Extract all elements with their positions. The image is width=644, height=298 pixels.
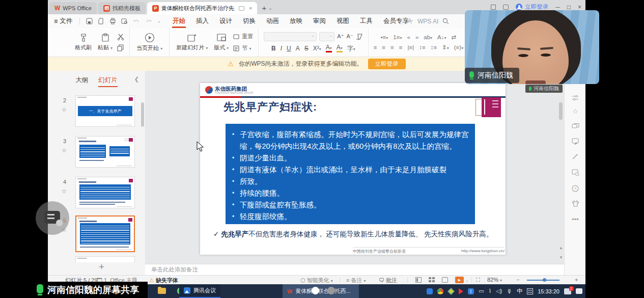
menu-review[interactable]: 审阅 bbox=[313, 15, 326, 28]
menu-insert[interactable]: 插入 bbox=[195, 15, 209, 28]
slide-canvas[interactable]: 东信医药集团 TUNGSHUN MEDICINE GROUP 先兆早产产妇症状:… bbox=[200, 83, 506, 255]
tray-meeting-icon[interactable] bbox=[427, 288, 433, 294]
redo-icon[interactable] bbox=[145, 18, 152, 24]
ime-indicator[interactable]: 中 bbox=[517, 287, 522, 295]
notes-bar[interactable]: 单击此处添加备注 bbox=[145, 264, 564, 275]
layout-button[interactable]: 版式 ▾ bbox=[212, 32, 230, 52]
cut-icon[interactable] bbox=[117, 34, 124, 40]
tray-app-icon[interactable] bbox=[447, 288, 455, 295]
add-slide-button[interactable]: + bbox=[99, 261, 104, 273]
tray-mic-icon[interactable]: 🎙 bbox=[507, 288, 512, 294]
reading-view-button[interactable] bbox=[442, 277, 448, 283]
minimize-button[interactable]: ─ bbox=[555, 4, 560, 11]
notes-pen-icon[interactable] bbox=[565, 137, 586, 145]
comments-button[interactable]: 🗨 批注 bbox=[379, 277, 397, 284]
battery-icon[interactable]: ▭ bbox=[479, 288, 484, 294]
next-slide-button[interactable]: ▼ bbox=[559, 255, 563, 260]
copy-icon[interactable] bbox=[117, 44, 124, 51]
save-icon[interactable] bbox=[86, 18, 93, 24]
play-from-current-button[interactable]: 当页开始 ▾ bbox=[135, 32, 164, 53]
normal-view-button[interactable] bbox=[415, 277, 422, 283]
slides-tab[interactable]: 幻灯片 bbox=[98, 76, 118, 87]
output-icon[interactable] bbox=[98, 18, 104, 24]
zoom-value[interactable]: 82% ▾ bbox=[487, 277, 502, 283]
new-tab-button[interactable]: + bbox=[262, 4, 266, 12]
fit-slide-button[interactable]: ⛶ bbox=[476, 277, 480, 283]
effects-star-icon[interactable]: ☆ bbox=[565, 107, 586, 115]
align-center-button[interactable]: ≡ bbox=[382, 44, 385, 50]
line-order-button[interactable]: A↓▾ bbox=[437, 34, 446, 40]
slideshow-play-button[interactable]: ▶ bbox=[455, 277, 464, 283]
quick-access-caret-icon[interactable]: ⌄ bbox=[157, 19, 161, 23]
tab-close-icon[interactable]: × bbox=[249, 5, 252, 11]
skin-theme-icon[interactable] bbox=[565, 199, 586, 207]
convert-smartart-button[interactable]: ⇄ bbox=[452, 34, 457, 41]
column-spacing-button[interactable]: ↕≡ bbox=[431, 44, 437, 50]
tab-wps-home[interactable]: W WPS Office bbox=[49, 2, 97, 14]
font-name-select[interactable] bbox=[264, 32, 317, 41]
bold-button[interactable]: B bbox=[271, 45, 276, 52]
new-slide-button[interactable]: 新建幻灯片 ▾ bbox=[175, 32, 209, 52]
zoom-in-button[interactable]: + bbox=[575, 277, 578, 283]
slide-6-thumbnail-partial[interactable] bbox=[75, 256, 135, 262]
undo-icon[interactable] bbox=[133, 18, 140, 24]
notification-icon[interactable]: 2 bbox=[564, 288, 571, 294]
row-spacing-button[interactable]: ↕≡ bbox=[419, 44, 425, 50]
account-login[interactable]: 立即登录 bbox=[516, 3, 548, 11]
format-painter-button[interactable]: 格式刷 bbox=[73, 32, 93, 52]
volume-icon[interactable]: ◁) bbox=[496, 288, 502, 294]
animation-pane-icon[interactable] bbox=[565, 122, 586, 129]
menu-design[interactable]: 设计 bbox=[219, 15, 233, 28]
align-right-button[interactable]: ≡ bbox=[390, 44, 394, 50]
underline-button[interactable]: U bbox=[287, 45, 291, 52]
bullet-list-button[interactable]: •≡▾ bbox=[381, 34, 388, 40]
menu-view[interactable]: 视图 bbox=[336, 15, 350, 28]
char-border-button[interactable]: A bbox=[296, 45, 300, 52]
tray-browser-icon[interactable] bbox=[437, 288, 443, 294]
notes-button[interactable]: ≡ 备注 ▾ bbox=[346, 277, 366, 284]
image-search-icon[interactable] bbox=[565, 168, 586, 176]
char-effect-button[interactable]: 字▾ bbox=[347, 44, 355, 53]
section-button[interactable]: 节 ▾ bbox=[233, 44, 253, 52]
slide-2-thumbnail[interactable]: 一、关于先兆早产 bbox=[75, 95, 135, 127]
tab-list-caret-icon[interactable]: ⌄ bbox=[268, 6, 272, 11]
editor-scrollbar[interactable] bbox=[559, 102, 563, 120]
panel-scrollbar[interactable] bbox=[141, 102, 144, 127]
slide-3-thumbnail[interactable] bbox=[75, 136, 135, 168]
previous-slide-button[interactable]: ▲ bbox=[559, 246, 563, 250]
increase-indent-button[interactable]: » bbox=[415, 34, 418, 40]
italic-button[interactable]: I bbox=[281, 45, 282, 52]
file-explorer-icon[interactable] bbox=[158, 288, 166, 294]
text-direction-button[interactable]: ab▾ bbox=[424, 34, 432, 40]
slide-4-thumbnail[interactable] bbox=[75, 177, 135, 208]
font-size-select[interactable] bbox=[319, 32, 334, 41]
banner-login-button[interactable]: 立即登录 bbox=[368, 59, 406, 69]
zoom-out-button[interactable]: − bbox=[516, 277, 519, 283]
action-center-icon[interactable] bbox=[576, 288, 582, 294]
close-button[interactable]: × bbox=[578, 4, 581, 11]
smart-beautify-button[interactable]: ⬡ 智能美化 ▾ bbox=[300, 277, 333, 284]
taskbar-meeting-app[interactable]: 腾讯会议 bbox=[179, 284, 220, 298]
minimize-ribbon-icon[interactable] bbox=[491, 5, 496, 10]
clear-format-icon[interactable] bbox=[356, 34, 363, 40]
print-icon[interactable] bbox=[109, 18, 116, 24]
meeting-dock-dot-gray[interactable] bbox=[327, 287, 335, 294]
meeting-float-button[interactable] bbox=[36, 201, 69, 235]
slideshow-caret-icon[interactable]: ⌄ bbox=[465, 278, 469, 283]
menu-tools[interactable]: 工具 bbox=[359, 15, 373, 28]
reset-button[interactable]: 重置 bbox=[233, 33, 253, 40]
bluetooth-icon[interactable]: ᛒ bbox=[468, 288, 474, 294]
strikethrough-button[interactable]: S bbox=[304, 45, 309, 52]
slide-5-thumbnail[interactable] bbox=[75, 215, 135, 252]
tray-media-icon[interactable] bbox=[459, 288, 463, 294]
wifi-icon[interactable]: ⌇ bbox=[489, 288, 491, 294]
print-preview-icon[interactable] bbox=[121, 18, 128, 24]
search-icon[interactable] bbox=[442, 18, 449, 24]
skin-icon[interactable] bbox=[503, 5, 509, 10]
decrease-font-button[interactable]: A⁻ bbox=[346, 33, 353, 40]
collapse-panel-icon[interactable]: ❮ bbox=[134, 76, 139, 83]
highlight-color-button[interactable]: A▾ bbox=[337, 45, 343, 52]
line-spacing-button[interactable]: ⇕▾ bbox=[442, 44, 449, 51]
clock[interactable]: 15:33:20 bbox=[538, 288, 559, 294]
webcam-overlay[interactable]: 河南信阳魏 bbox=[465, 10, 599, 84]
